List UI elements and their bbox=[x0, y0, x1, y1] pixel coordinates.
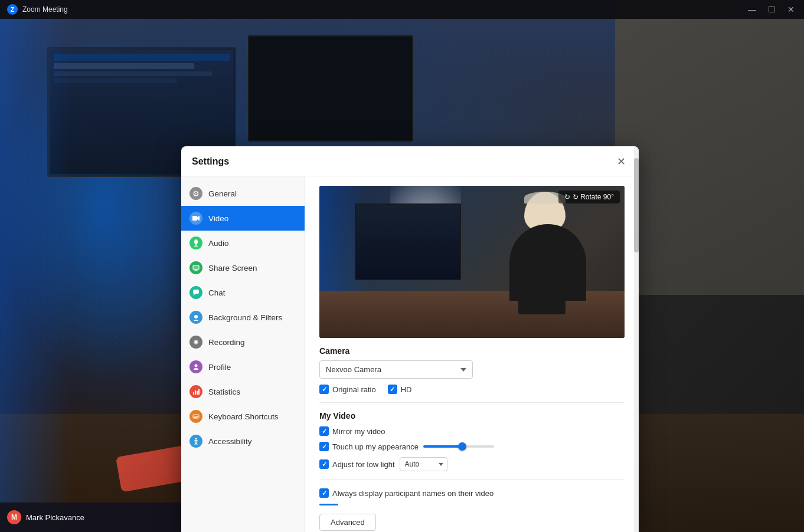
minimize-button[interactable]: — bbox=[746, 5, 759, 14]
sidebar-label-background: Background & Filters bbox=[208, 313, 282, 322]
touch-up-slider-track[interactable] bbox=[423, 445, 494, 448]
sidebar-item-general[interactable]: ⚙ General bbox=[181, 181, 305, 206]
sidebar-item-video[interactable]: Video bbox=[181, 206, 305, 231]
shelves bbox=[615, 0, 804, 295]
close-button[interactable]: ✕ bbox=[785, 5, 797, 14]
svg-point-13 bbox=[195, 341, 198, 344]
low-light-checkbox[interactable]: ✓ Adjust for low light bbox=[319, 459, 395, 469]
sidebar-item-recording[interactable]: Recording bbox=[181, 330, 305, 354]
svg-rect-3 bbox=[195, 244, 197, 246]
low-light-dropdown[interactable]: Auto Manual Disabled bbox=[400, 457, 447, 471]
display-names-row: ✓ Always display participant names on th… bbox=[319, 488, 625, 498]
sidebar-item-profile[interactable]: Profile bbox=[181, 354, 305, 379]
taskbar-user-icon: M bbox=[7, 510, 21, 524]
svg-rect-15 bbox=[193, 392, 194, 395]
display-names-checkmark: ✓ bbox=[319, 488, 329, 498]
sidebar-label-accessibility: Accessibility bbox=[208, 437, 252, 446]
original-ratio-checkbox[interactable]: ✓ Original ratio bbox=[319, 385, 376, 394]
accessibility-icon bbox=[189, 435, 202, 448]
touch-up-label: Touch up my appearance bbox=[332, 442, 419, 451]
scroll-thumb[interactable] bbox=[634, 176, 639, 252]
sidebar-item-accessibility[interactable]: Accessibility bbox=[181, 429, 305, 454]
sidebar-item-chat[interactable]: Chat bbox=[181, 280, 305, 305]
touch-up-slider-thumb[interactable] bbox=[458, 442, 466, 451]
scroll-indicator bbox=[634, 176, 639, 532]
svg-line-29 bbox=[196, 442, 197, 445]
chat-icon bbox=[189, 286, 202, 299]
sidebar-label-chat: Chat bbox=[208, 288, 225, 297]
share-screen-icon bbox=[189, 261, 202, 274]
settings-close-button[interactable]: ✕ bbox=[614, 155, 628, 169]
mirror-video-checkmark: ✓ bbox=[319, 426, 329, 436]
camera-preview: ↻ ↻ Rotate 90° bbox=[319, 186, 625, 338]
low-light-checkmark: ✓ bbox=[319, 459, 329, 469]
settings-body: ⚙ General Video Audio Share Screen bbox=[181, 176, 639, 532]
preview-monitor bbox=[355, 203, 461, 280]
display-names-checkbox[interactable]: ✓ Always display participant names on th… bbox=[319, 488, 493, 498]
hd-checkbox[interactable]: ✓ HD bbox=[388, 385, 412, 394]
taskbar-user-name: Mark Pickavance bbox=[26, 513, 84, 522]
keyboard-icon bbox=[189, 410, 202, 423]
camera-section-label: Camera bbox=[319, 346, 625, 356]
statistics-icon bbox=[189, 385, 202, 398]
background-icon bbox=[189, 311, 202, 324]
svg-rect-21 bbox=[195, 416, 196, 417]
audio-icon bbox=[189, 237, 202, 249]
general-icon: ⚙ bbox=[189, 187, 202, 200]
svg-rect-18 bbox=[198, 389, 200, 395]
maximize-button[interactable]: ☐ bbox=[766, 5, 778, 14]
sidebar-item-share-screen[interactable]: Share Screen bbox=[181, 255, 305, 280]
touch-up-checkbox[interactable]: ✓ Touch up my appearance bbox=[319, 442, 419, 451]
sidebar-item-statistics[interactable]: Statistics bbox=[181, 379, 305, 404]
svg-point-11 bbox=[194, 315, 198, 318]
sidebar-label-video: Video bbox=[208, 214, 228, 223]
settings-modal: Settings ✕ ⚙ General Video Audio bbox=[181, 146, 639, 532]
preview-person bbox=[489, 192, 595, 310]
window-light bbox=[0, 0, 71, 532]
settings-titlebar: Settings ✕ bbox=[181, 146, 639, 176]
svg-marker-1 bbox=[197, 216, 200, 221]
svg-rect-23 bbox=[197, 416, 198, 417]
sidebar-label-recording: Recording bbox=[208, 338, 245, 347]
svg-rect-6 bbox=[193, 265, 199, 270]
svg-point-25 bbox=[195, 438, 197, 440]
svg-rect-22 bbox=[196, 416, 197, 417]
sidebar-label-share-screen: Share Screen bbox=[208, 264, 257, 272]
advanced-row: Advanced bbox=[319, 514, 625, 531]
sidebar-item-audio[interactable]: Audio bbox=[181, 231, 305, 255]
rotate-button[interactable]: ↻ ↻ Rotate 90° bbox=[558, 191, 620, 203]
svg-rect-8 bbox=[194, 271, 198, 271]
mirror-video-row: ✓ Mirror my video bbox=[319, 426, 625, 436]
taskbar: M Mark Pickavance bbox=[0, 503, 183, 532]
mirror-video-checkbox[interactable]: ✓ Mirror my video bbox=[319, 426, 385, 436]
my-video-label: My Video bbox=[319, 411, 625, 421]
sidebar-item-background[interactable]: Background & Filters bbox=[181, 305, 305, 330]
camera-preview-inner bbox=[319, 186, 625, 338]
original-ratio-checkmark: ✓ bbox=[319, 385, 329, 394]
hd-label: HD bbox=[401, 385, 412, 394]
window-controls[interactable]: — ☐ ✕ bbox=[746, 5, 797, 14]
camera-dropdown[interactable]: Nexvoo Camera Default Camera Integrated … bbox=[319, 360, 473, 379]
settings-title: Settings bbox=[192, 156, 614, 167]
rotate-label: ↻ Rotate 90° bbox=[573, 193, 614, 201]
touch-up-checkmark: ✓ bbox=[319, 442, 329, 451]
title-bar-text: Zoom Meeting bbox=[22, 5, 68, 14]
advanced-button[interactable]: Advanced bbox=[319, 514, 376, 531]
svg-rect-17 bbox=[197, 391, 198, 395]
sidebar-label-audio: Audio bbox=[208, 239, 229, 248]
sidebar-item-keyboard[interactable]: Keyboard Shortcuts bbox=[181, 404, 305, 429]
settings-content: ↻ ↻ Rotate 90° Camera Nexvoo Camera Defa… bbox=[305, 176, 639, 532]
mirror-video-label: Mirror my video bbox=[332, 427, 385, 436]
rotate-icon: ↻ bbox=[564, 193, 570, 201]
sidebar-label-keyboard: Keyboard Shortcuts bbox=[208, 412, 279, 421]
sidebar-label-statistics: Statistics bbox=[208, 387, 240, 396]
video-icon bbox=[189, 212, 202, 225]
svg-point-2 bbox=[194, 239, 198, 244]
zoom-logo: Z bbox=[7, 4, 18, 15]
svg-rect-4 bbox=[194, 246, 198, 247]
svg-rect-24 bbox=[194, 417, 197, 418]
svg-rect-20 bbox=[194, 416, 195, 417]
low-light-row: ✓ Adjust for low light Auto Manual Disab… bbox=[319, 457, 625, 471]
display-names-label: Always display participant names on thei… bbox=[332, 489, 493, 498]
names-underline bbox=[319, 504, 338, 505]
